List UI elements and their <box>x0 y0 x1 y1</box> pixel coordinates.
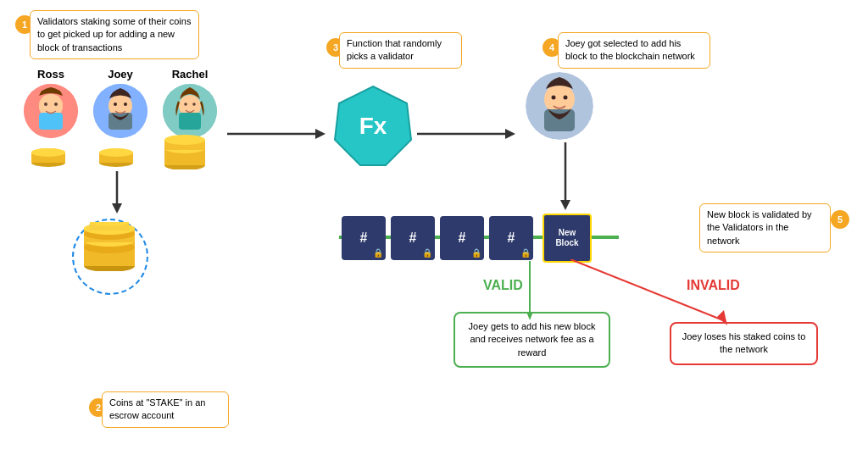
svg-rect-17 <box>179 113 201 130</box>
annotation-2: Coins at "STAKE" in an escrow account <box>102 391 229 428</box>
arrow-fx-to-joey <box>417 125 519 142</box>
invalid-result-box: Joey loses his staked coins to the netwo… <box>670 322 818 365</box>
rachel-label: Rachel <box>172 68 209 80</box>
svg-rect-3 <box>39 113 63 130</box>
svg-marker-38 <box>112 203 122 214</box>
joey-label: Joey <box>108 68 133 80</box>
joey-coins <box>93 137 140 167</box>
arrow-to-invalid <box>566 259 736 327</box>
svg-point-20 <box>184 103 187 106</box>
joey-selected <box>526 72 593 140</box>
block-2: # 🔒 <box>391 216 435 260</box>
svg-point-26 <box>31 148 65 157</box>
ross-label: Ross <box>37 68 64 80</box>
svg-marker-66 <box>526 312 533 320</box>
valid-label: VALID <box>483 278 523 293</box>
joey-avatar <box>93 84 147 138</box>
svg-text:Fx: Fx <box>359 113 387 139</box>
annotation-1: Validators staking some of their coins t… <box>30 10 199 59</box>
invalid-result-text: Joey loses his staked coins to the netwo… <box>682 331 806 354</box>
arrow-to-valid <box>526 261 534 320</box>
svg-point-7 <box>54 103 58 106</box>
svg-rect-10 <box>108 113 132 130</box>
svg-point-21 <box>192 103 196 106</box>
block-3: # 🔒 <box>440 216 484 260</box>
block-1: # 🔒 <box>342 216 386 260</box>
svg-point-29 <box>99 148 133 157</box>
down-arrow-1 <box>108 171 125 214</box>
arrow-to-fx <box>227 125 329 142</box>
down-arrow-joey-to-chain <box>557 142 574 210</box>
rachel-validator: Rachel <box>163 68 217 138</box>
joey-selected-avatar <box>526 72 593 140</box>
ross-avatar <box>24 84 78 138</box>
ross-coins <box>25 137 72 167</box>
block-4: # 🔒 <box>489 216 533 260</box>
svg-line-67 <box>570 259 723 320</box>
svg-point-13 <box>114 103 117 106</box>
svg-rect-58 <box>544 109 575 131</box>
svg-marker-51 <box>315 129 326 139</box>
new-block: NewBlock <box>542 214 592 263</box>
svg-marker-55 <box>505 129 515 139</box>
annotation-3: Function that randomly picks a validator <box>339 32 462 69</box>
svg-marker-68 <box>717 310 727 325</box>
blockchain: # 🔒 # 🔒 # 🔒 # 🔒 NewBlock <box>339 214 594 263</box>
svg-point-6 <box>44 103 47 106</box>
svg-marker-64 <box>560 200 570 210</box>
svg-point-14 <box>124 103 127 106</box>
annotation-4: Joey got selected to add his block to th… <box>558 32 710 69</box>
proof-of-stake-diagram: 1 Validators staking some of their coins… <box>0 0 868 455</box>
svg-point-19 <box>196 103 200 108</box>
joey-validator: Joey <box>93 68 147 138</box>
annotation-5: New block is validated by the Validators… <box>699 203 831 252</box>
svg-point-61 <box>552 96 556 100</box>
svg-point-18 <box>181 103 185 108</box>
rachel-coins <box>158 131 213 169</box>
escrow-coins <box>75 222 144 271</box>
svg-point-62 <box>564 96 568 100</box>
svg-point-36 <box>164 135 205 145</box>
ross-validator: Ross <box>24 68 78 138</box>
fx-function: Fx <box>331 85 415 169</box>
badge-5: 5 <box>831 210 849 229</box>
rachel-avatar <box>163 84 217 138</box>
